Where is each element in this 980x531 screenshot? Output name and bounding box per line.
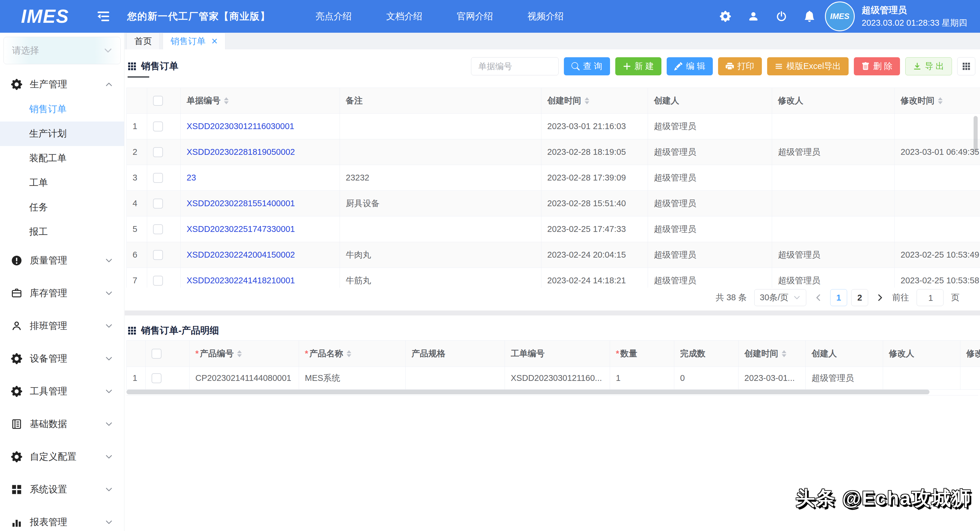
create-button[interactable]: 新 建 [615,57,662,75]
column-header[interactable]: 创建人 [806,341,883,367]
delete-button[interactable]: 删 除 [854,57,900,75]
table-row[interactable]: 5XSDD2023022517473300012023-02-25 17:47:… [127,217,980,242]
order-no-search-input[interactable] [478,61,552,72]
edit-button[interactable]: 编 辑 [667,57,713,75]
order-no-search[interactable] [471,57,558,75]
page-number-1[interactable]: 1 [830,289,847,306]
page-number-2[interactable]: 2 [851,289,868,306]
sidebar-item-5[interactable]: 报工 [0,220,124,244]
nav-item-0[interactable]: 亮点介绍 [315,10,352,22]
row-checkbox[interactable] [153,276,163,285]
nav-item-1[interactable]: 文档介绍 [386,10,422,22]
settings-icon[interactable] [720,11,731,22]
avatar[interactable]: IMES [825,2,855,31]
column-header[interactable]: 工单编号 [505,341,610,367]
horizontal-scrollbar-track[interactable] [125,311,980,316]
order-link[interactable]: XSDD202302281819050002 [181,139,340,165]
bell-icon[interactable] [804,11,815,22]
column-header[interactable]: *产品编号 [189,341,299,367]
table-row[interactable]: 7XSDD202302241418210001牛筋丸2023-02-24 14:… [127,268,980,288]
order-link[interactable]: XSDD202302241418210001 [181,268,340,288]
column-header[interactable]: 修改时间 [895,88,980,113]
column-header[interactable]: 创建时间 [738,341,806,367]
table-cell [895,217,980,242]
tab-home[interactable]: 首页 [126,33,160,49]
sidebar-group-1[interactable]: 库存管理 [0,277,124,309]
column-header[interactable]: 修改时间 [961,341,980,367]
sidebar-item-1[interactable]: 生产计划 [0,121,124,146]
query-button[interactable]: 查 询 [564,57,610,75]
sidebar-item-4[interactable]: 任务 [0,195,124,220]
sidebar-group-3[interactable]: 设备管理 [0,342,124,375]
vertical-scrollbar[interactable] [974,116,978,153]
column-header[interactable]: 备注 [340,88,541,113]
sidebar-group-0[interactable]: 质量管理 [0,244,124,277]
goto-page-input[interactable] [917,289,944,306]
order-link[interactable]: XSDD202302251747330001 [181,217,340,242]
power-icon[interactable] [776,11,787,22]
sort-icon[interactable] [782,350,786,357]
column-label: 创建人 [811,348,837,360]
close-icon[interactable]: × [212,37,218,46]
page-size-select[interactable]: 30条/页 [754,289,806,306]
nav-item-3[interactable]: 视频介绍 [527,10,563,22]
column-header[interactable]: 修改人 [772,88,895,113]
sort-icon[interactable] [237,350,242,357]
row-checkbox[interactable] [153,173,163,183]
sidebar-select[interactable] [3,37,121,64]
print-button[interactable]: 打印 [718,57,762,75]
sort-icon[interactable] [585,97,589,104]
column-header[interactable]: 产品规格 [406,341,505,367]
sidebar-group-7[interactable]: 系统设置 [0,473,124,506]
order-link[interactable]: XSDD202302242004150002 [181,242,340,268]
sidebar-item-3[interactable]: 工单 [0,171,124,195]
next-page-icon[interactable] [876,293,885,302]
row-checkbox[interactable] [153,147,163,157]
row-checkbox[interactable] [153,199,163,209]
column-header[interactable]: 完成数 [674,341,738,367]
sidebar-group-2[interactable]: 排班管理 [0,309,124,342]
column-header[interactable]: 单据编号 [181,88,340,113]
sort-icon[interactable] [938,97,943,104]
column-header[interactable]: 修改人 [883,341,961,367]
row-checkbox[interactable] [153,224,163,234]
sidebar-group-6[interactable]: 自定义配置 [0,440,124,473]
column-header[interactable]: *产品名称 [299,341,406,367]
order-link[interactable]: XSDD202303012116030001 [181,113,340,139]
watermark: 头条 @Echa攻城狮 [796,485,972,512]
row-checkbox[interactable] [153,121,163,131]
order-link[interactable]: 23 [181,165,340,191]
order-link[interactable]: XSDD202302281551400001 [181,191,340,217]
export-button[interactable]: 导 出 [905,57,952,75]
user-icon[interactable] [748,11,759,22]
nav-item-2[interactable]: 官网介绍 [457,10,493,22]
sidebar-group-4[interactable]: 工具管理 [0,375,124,408]
sort-icon[interactable] [224,97,229,104]
table-row[interactable]: 6XSDD202302242004150002牛肉丸2023-02-24 20:… [127,242,980,268]
sidebar-collapse-icon[interactable] [97,10,110,23]
sidebar-item-0[interactable]: 销售订单 [0,97,124,121]
sidebar-select-input[interactable] [11,45,103,56]
sidebar-group-production[interactable]: 生产管理 [0,72,124,97]
column-header[interactable]: 创建时间 [541,88,648,113]
row-checkbox[interactable] [151,373,161,383]
horizontal-scrollbar-thumb[interactable] [126,390,929,394]
sort-icon[interactable] [347,350,351,357]
table-row[interactable]: 323232322023-02-28 17:39:09超级管理员 [127,165,980,191]
select-all-checkbox[interactable] [151,349,161,359]
column-header[interactable]: 创建人 [648,88,772,113]
template-excel-export-button[interactable]: 模版Excel导出 [767,57,849,75]
table-row[interactable]: 2XSDD2023022818190500022023-02-28 18:19:… [127,139,980,165]
prev-page-icon[interactable] [814,293,822,302]
table-row[interactable]: 1CP202302141144080001MES系统XSDD2023030121… [127,367,980,390]
column-settings-button[interactable] [957,57,975,75]
select-all-checkbox[interactable] [153,96,163,106]
tab-sales-orders[interactable]: 销售订单 × [163,33,226,49]
table-row[interactable]: 1XSDD2023030121160300012023-03-01 21:16:… [127,113,980,139]
row-checkbox[interactable] [153,250,163,260]
sidebar-group-8[interactable]: 报表管理 [0,506,124,531]
table-row[interactable]: 4XSDD202302281551400001厨具设备2023-02-28 15… [127,191,980,217]
sidebar-group-5[interactable]: 基础数据 [0,408,124,440]
sidebar-item-2[interactable]: 装配工单 [0,146,124,171]
column-header[interactable]: *数量 [610,341,674,367]
